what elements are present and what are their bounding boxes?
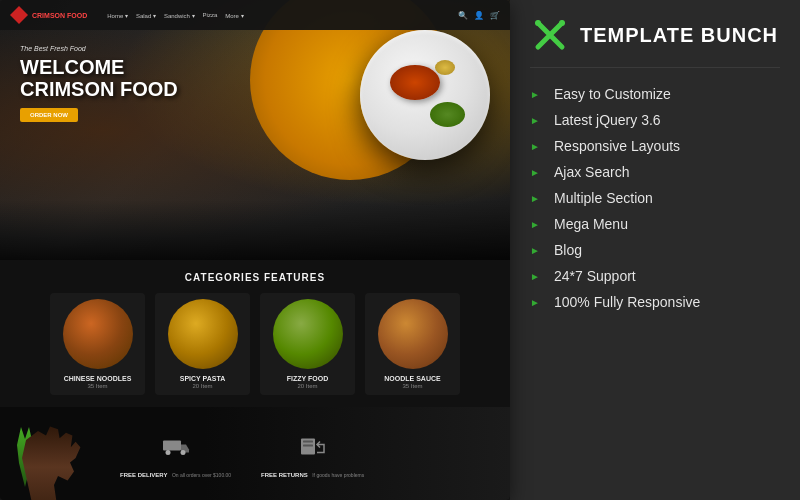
feature-text-7: Blog bbox=[554, 242, 582, 258]
category-image-1 bbox=[63, 299, 133, 369]
site-logo: CRIMSON FOOD bbox=[10, 6, 87, 24]
hero-overlay bbox=[0, 200, 510, 260]
food-item-shrimp bbox=[390, 65, 440, 100]
nav-link-pizza[interactable]: Pizza bbox=[203, 12, 218, 19]
category-image-3 bbox=[273, 299, 343, 369]
food-item-greens bbox=[430, 102, 465, 127]
nav-link-more[interactable]: More ▾ bbox=[225, 12, 243, 19]
delivery-truck-icon bbox=[161, 434, 191, 459]
arrow-icon-7: ► bbox=[530, 245, 544, 256]
logo-text: CRIMSON FOOD bbox=[32, 12, 87, 19]
food-item-sauce bbox=[435, 60, 455, 75]
svg-point-6 bbox=[535, 20, 541, 26]
category-name-4: NOODLE SAUCE bbox=[365, 375, 460, 382]
svg-point-7 bbox=[559, 20, 565, 26]
navbar: CRIMSON FOOD Home ▾ Salad ▾ Sandwich ▾ P… bbox=[0, 0, 510, 30]
feature-text-2: Latest jQuery 3.6 bbox=[554, 112, 661, 128]
svg-point-8 bbox=[547, 32, 553, 38]
feature-text-4: Ajax Search bbox=[554, 164, 629, 180]
right-panel: TEMPLATE BUNCH ► Easy to Customize ► Lat… bbox=[510, 0, 800, 500]
list-item: ► 100% Fully Responsive bbox=[530, 294, 780, 310]
delivery-sublabel-2: If goods have problems bbox=[312, 472, 364, 478]
nav-link-salad[interactable]: Salad ▾ bbox=[136, 12, 156, 19]
hero-section: CRIMSON FOOD Home ▾ Salad ▾ Sandwich ▾ P… bbox=[0, 0, 510, 260]
hero-title-line2: CRIMSON FOOD bbox=[20, 78, 178, 100]
nav-icons: 🔍 👤 🛒 bbox=[458, 11, 500, 20]
category-name-2: SPICY PASTA bbox=[155, 375, 250, 382]
list-item: ► Ajax Search bbox=[530, 164, 780, 180]
food-plate bbox=[360, 30, 490, 160]
list-item: ► Mega Menu bbox=[530, 216, 780, 232]
feature-text-8: 24*7 Support bbox=[554, 268, 636, 284]
arrow-icon-1: ► bbox=[530, 89, 544, 100]
plate bbox=[360, 30, 490, 160]
category-image-2 bbox=[168, 299, 238, 369]
bottom-section: FREE DELIVERY On all orders over $100.00… bbox=[0, 407, 510, 500]
svg-rect-5 bbox=[303, 444, 313, 446]
arrow-icon-8: ► bbox=[530, 271, 544, 282]
logo-icon bbox=[10, 6, 28, 24]
category-count-4: 35 Item bbox=[365, 383, 460, 389]
list-item: ► 24*7 Support bbox=[530, 268, 780, 284]
arrow-icon-6: ► bbox=[530, 219, 544, 230]
hero-title-line1: WELCOME bbox=[20, 56, 124, 78]
list-item: ► Multiple Section bbox=[530, 190, 780, 206]
arrow-icon-2: ► bbox=[530, 115, 544, 126]
category-count-3: 20 Item bbox=[260, 383, 355, 389]
list-item: ► Responsive Layouts bbox=[530, 138, 780, 154]
website-preview: CRIMSON FOOD Home ▾ Salad ▾ Sandwich ▾ P… bbox=[0, 0, 510, 500]
list-item[interactable]: SPICY PASTA 20 Item bbox=[155, 293, 250, 395]
list-item[interactable]: CHINESE NOODLES 35 Item bbox=[50, 293, 145, 395]
svg-rect-0 bbox=[163, 440, 181, 450]
feature-text-5: Multiple Section bbox=[554, 190, 653, 206]
delivery-label-2: FREE RETURNS bbox=[261, 472, 308, 478]
feature-text-1: Easy to Customize bbox=[554, 86, 671, 102]
categories-section: CATEGORIES FEATURES CHINESE NOODLES 35 I… bbox=[0, 260, 510, 407]
hero-title: WELCOME CRIMSON FOOD bbox=[20, 56, 178, 100]
hero-subtitle: The Best Fresh Food bbox=[20, 45, 178, 52]
hero-content: The Best Fresh Food WELCOME CRIMSON FOOD… bbox=[20, 45, 178, 122]
delivery-sublabel-1: On all orders over $100.00 bbox=[172, 472, 231, 478]
category-name-1: CHINESE NOODLES bbox=[50, 375, 145, 382]
list-item: FREE RETURNS If goods have problems bbox=[261, 434, 364, 481]
food-items bbox=[375, 55, 475, 135]
list-item[interactable]: NOODLE SAUCE 35 Item bbox=[365, 293, 460, 395]
delivery-info: FREE DELIVERY On all orders over $100.00… bbox=[0, 434, 364, 481]
user-icon[interactable]: 👤 bbox=[474, 11, 484, 20]
category-image-4 bbox=[378, 299, 448, 369]
arrow-icon-4: ► bbox=[530, 167, 544, 178]
nav-link-sandwich[interactable]: Sandwich ▾ bbox=[164, 12, 195, 19]
category-count-2: 20 Item bbox=[155, 383, 250, 389]
list-item: FREE DELIVERY On all orders over $100.00 bbox=[120, 434, 231, 481]
arrow-icon-3: ► bbox=[530, 141, 544, 152]
returns-icon bbox=[298, 434, 328, 459]
brand-name: TEMPLATE BUNCH bbox=[580, 24, 778, 47]
category-name-3: FIZZY FOOD bbox=[260, 375, 355, 382]
order-now-button[interactable]: ORDER NOW bbox=[20, 108, 78, 122]
list-item: ► Blog bbox=[530, 242, 780, 258]
category-count-1: 35 Item bbox=[50, 383, 145, 389]
svg-rect-4 bbox=[303, 440, 313, 442]
template-bunch-logo bbox=[530, 15, 570, 55]
arrow-icon-5: ► bbox=[530, 193, 544, 204]
delivery-label-1: FREE DELIVERY bbox=[120, 472, 167, 478]
categories-title: CATEGORIES FEATURES bbox=[20, 272, 490, 283]
arrow-icon-9: ► bbox=[530, 297, 544, 308]
list-item: ► Easy to Customize bbox=[530, 86, 780, 102]
feature-text-3: Responsive Layouts bbox=[554, 138, 680, 154]
list-item[interactable]: FIZZY FOOD 20 Item bbox=[260, 293, 355, 395]
nav-link-home[interactable]: Home ▾ bbox=[107, 12, 128, 19]
search-icon[interactable]: 🔍 bbox=[458, 11, 468, 20]
brand-header: TEMPLATE BUNCH bbox=[530, 15, 780, 68]
categories-grid: CHINESE NOODLES 35 Item SPICY PASTA 20 I… bbox=[20, 293, 490, 395]
features-list: ► Easy to Customize ► Latest jQuery 3.6 … bbox=[530, 86, 780, 310]
svg-point-2 bbox=[180, 450, 185, 455]
cart-icon[interactable]: 🛒 bbox=[490, 11, 500, 20]
feature-text-6: Mega Menu bbox=[554, 216, 628, 232]
list-item: ► Latest jQuery 3.6 bbox=[530, 112, 780, 128]
feature-text-9: 100% Fully Responsive bbox=[554, 294, 700, 310]
nav-links: Home ▾ Salad ▾ Sandwich ▾ Pizza More ▾ bbox=[107, 12, 243, 19]
svg-point-1 bbox=[165, 450, 170, 455]
